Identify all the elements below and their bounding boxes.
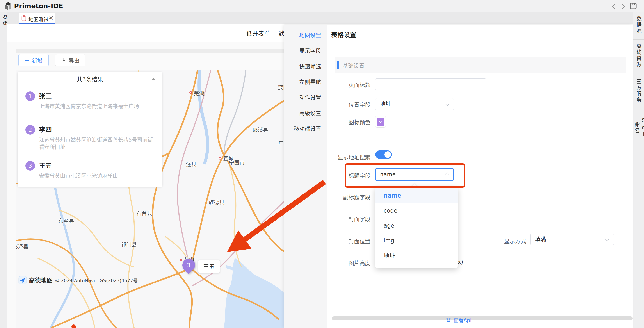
chevron-down-icon [379,120,382,123]
map-marker-label[interactable]: 王五 [198,260,220,273]
image-height-unit-fragment: x) [458,259,463,265]
tab-active-underline [19,23,55,24]
label-cover-field: 封面字段 [302,215,370,223]
map-label-jingxian: 泾县 [186,160,196,168]
label-address-search: 显示地址搜索 [302,153,370,161]
rail-item-named-sql[interactable]: 命名Sql [633,110,644,146]
rail-item-datasource[interactable]: 数据源 [633,12,644,40]
map-label-ningguo: 宁国市 [229,158,244,166]
map-marker-pin[interactable]: 3 [180,256,198,274]
view-api-link[interactable]: 查看Api [284,316,632,324]
right-rail: 数据源 离线资源 三方服务 命名Sql [632,12,644,328]
map-label-guangde: 广德 [278,139,284,146]
city-dot [190,91,192,94]
map-label-qimen: 祁门县 [121,240,137,248]
title-field-dropdown: name code age img 地址 [375,187,458,268]
section-accent-bar [337,61,339,69]
city-dot [219,157,222,160]
collapse-icon[interactable] [151,78,156,80]
color-swatch [377,118,384,126]
save-icon[interactable] [630,2,637,10]
list-item[interactable]: 2 李四 江苏省苏州市姑苏区沧浪街道西善长巷5号司前街看守所旧址 [18,119,162,155]
page-title-input[interactable] [375,78,486,90]
map-label-dongzhi: 东至县 [58,216,74,224]
item-name: 王五 [39,155,162,170]
app-header: Primeton-IDE [0,0,644,12]
dropdown-option-img[interactable]: img [375,233,458,248]
toolbar-lowcode-form[interactable]: 低开表单 [246,29,270,38]
history-forward-icon[interactable] [620,3,626,10]
chevron-up-icon [445,172,449,176]
dropdown-option-code[interactable]: code [375,203,458,218]
nav-map-settings[interactable]: 地图设置 [284,28,327,43]
address-search-toggle[interactable] [375,150,392,159]
marker-number: 3 [182,259,195,272]
app-logo-icon [4,2,13,11]
annotation-red-dot [72,324,76,328]
plus-icon: + [24,57,29,63]
label-title-field: 标题字段 [302,172,370,179]
panel-title: 表格设置 [331,30,356,39]
title-field-select[interactable]: name [375,168,454,181]
tab-map-test[interactable]: 地图测试* × [19,13,55,24]
download-icon [61,58,66,63]
map-label-jingde: 旌德县 [209,198,224,206]
label-subtitle-field: 副标题字段 [302,193,370,201]
history-back-icon[interactable] [611,3,617,10]
left-rail: 资源 [0,12,7,328]
eye-icon [446,318,452,322]
chevron-down-icon [445,102,449,106]
rail-item-third-party-services[interactable]: 三方服务 [633,75,644,110]
app-title: Primeton-IDE [14,0,63,12]
section-basic-settings: 基础设置 [335,58,626,73]
rail-item-offline-resources[interactable]: 离线资源 [633,40,644,75]
left-rail-resources[interactable]: 资源 [1,14,8,26]
map-attribution: 高德地图 © 2024 AutoNavi - GS(2023)4677号 [18,276,138,284]
map-label-wuhu: 芜湖 [194,89,204,97]
location-field-select[interactable]: 地址 [375,98,454,110]
tab-label: 地图测试* [28,15,51,23]
results-card: 共3条结果 1 张三 上海市黄浦区南京东路街道上海来福士广场 2 李四 江苏省苏… [18,72,162,187]
add-button[interactable]: + 新增 [18,54,49,66]
label-cover-position: 封面位置 [302,237,370,245]
list-item[interactable]: 3 王五 安徽省黄山市屯溪区屯光镇麻雀山 [18,155,162,187]
nav-display-fields[interactable]: 显示字段 [284,43,327,59]
nav-quick-filter[interactable]: 快速筛选 [284,59,327,74]
city-dot [180,259,182,261]
amap-logo-icon [18,276,27,284]
panel-divider [331,44,628,44]
label-icon-color: 图标颜色 [302,118,370,126]
item-number-badge: 3 [26,161,35,170]
result-count: 共3条结果 [77,75,103,83]
map-label-langxi: 郎溪县 [252,126,268,133]
tab-close-icon[interactable]: × [49,15,54,20]
item-address: 江苏省苏州市姑苏区沧浪街道西善长巷5号司前街看守所旧址 [39,136,158,151]
page-toolbar: 低开表单 默认 [7,24,284,42]
item-name: 张三 [39,86,162,100]
icon-color-picker[interactable] [375,116,386,128]
item-name: 李四 [39,119,162,134]
app-window: Primeton-IDE 资源 数据源 离线资源 三方服务 命名Sql 地图测试… [0,0,644,328]
map-label-pengze: 彭泽县 [16,242,28,250]
map-label-liyang: 溧阳 [278,83,284,91]
label-display-mode: 显示方式 [482,237,526,245]
item-number-badge: 2 [26,125,35,134]
map-label-shitai: 石台县 [136,209,152,216]
item-number-badge: 1 [26,92,35,101]
document-icon [22,15,26,21]
display-mode-select[interactable]: 填满 [530,234,614,245]
map-brand: 高德地图 [29,276,52,284]
results-header: 共3条结果 [18,72,162,86]
item-address: 上海市黄浦区南京东路街道上海来福士广场 [39,103,158,110]
editor-tab-bar: 地图测试* × [7,12,632,24]
item-address: 安徽省黄山市屯溪区屯光镇麻雀山 [39,172,158,180]
map-copyright: © 2024 AutoNavi - GS(2023)4677号 [55,277,138,284]
label-page-title: 页面标题 [302,81,370,88]
settings-panel: 地图设置 显示字段 快速筛选 左侧导航 动作设置 高级设置 移动端设置 表格设置… [284,24,632,328]
content-divider-band [16,49,284,53]
dropdown-option-name[interactable]: name [375,188,458,203]
export-button[interactable]: 导出 [55,54,86,66]
list-item[interactable]: 1 张三 上海市黄浦区南京东路街道上海来福士广场 [18,86,162,119]
dropdown-option-age[interactable]: age [375,218,458,233]
dropdown-option-address[interactable]: 地址 [375,248,458,263]
